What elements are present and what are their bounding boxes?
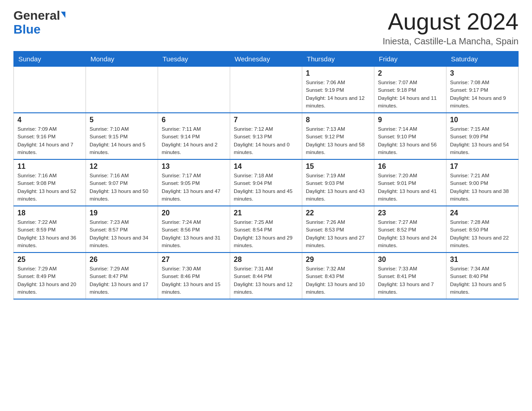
day-info-line: Sunset: 9:10 PM [378,133,442,141]
day-info-line: Sunset: 8:49 PM [17,273,82,280]
logo-general: General [13,9,60,22]
day-info: Sunrise: 7:08 AMSunset: 9:17 PMDaylight:… [450,79,515,110]
day-info: Sunrise: 7:16 AMSunset: 9:08 PMDaylight:… [17,172,82,203]
day-info-line: Sunrise: 7:29 AM [17,265,82,273]
day-number: 13 [162,163,226,171]
day-number: 5 [90,116,154,124]
weekday-header-friday: Friday [374,51,446,67]
day-info-line: Sunrise: 7:08 AM [450,79,515,86]
day-info: Sunrise: 7:10 AMSunset: 9:15 PMDaylight:… [90,125,154,156]
location: Iniesta, Castille-La Mancha, Spain [383,36,519,47]
day-info: Sunrise: 7:19 AMSunset: 9:03 PMDaylight:… [306,172,370,203]
day-info: Sunrise: 7:14 AMSunset: 9:10 PMDaylight:… [378,125,442,156]
weekday-header-thursday: Thursday [302,51,374,67]
day-info-line: Sunrise: 7:10 AM [90,125,154,133]
day-info-line: Daylight: 13 hours and 52 minutes. [17,188,82,203]
day-info-line: Sunset: 9:14 PM [162,133,226,141]
day-number: 31 [450,256,515,264]
calendar-cell: 4Sunrise: 7:09 AMSunset: 9:16 PMDaylight… [14,113,86,159]
day-info-line: Sunrise: 7:34 AM [450,265,515,273]
day-number: 1 [306,69,370,77]
day-info: Sunrise: 7:31 AMSunset: 8:44 PMDaylight:… [234,265,298,296]
day-info-line: Daylight: 13 hours and 22 minutes. [450,234,515,250]
day-info-line: Sunrise: 7:16 AM [17,172,82,180]
day-info-line: Sunset: 9:00 PM [450,180,515,187]
day-info: Sunrise: 7:09 AMSunset: 9:16 PMDaylight:… [17,125,82,156]
day-number: 3 [450,69,515,77]
day-info-line: Daylight: 14 hours and 7 minutes. [17,141,82,157]
day-info: Sunrise: 7:13 AMSunset: 9:12 PMDaylight:… [306,125,370,156]
day-number: 14 [234,163,298,171]
day-info-line: Sunrise: 7:11 AM [162,125,226,133]
day-info-line: Sunset: 9:01 PM [378,180,442,187]
day-info-line: Daylight: 13 hours and 24 minutes. [378,234,442,250]
calendar-cell: 28Sunrise: 7:31 AMSunset: 8:44 PMDayligh… [230,253,302,299]
day-info-line: Daylight: 13 hours and 56 minutes. [378,141,442,157]
calendar-cell: 20Sunrise: 7:24 AMSunset: 8:56 PMDayligh… [158,206,230,253]
day-info-line: Sunrise: 7:13 AM [306,125,370,133]
day-info-line: Daylight: 14 hours and 5 minutes. [90,141,154,157]
day-number: 28 [234,256,298,264]
day-info-line: Daylight: 13 hours and 47 minutes. [162,188,226,203]
calendar-cell [14,67,86,113]
day-number: 2 [378,69,442,77]
day-info-line: Sunset: 8:57 PM [90,226,154,234]
week-row-5: 25Sunrise: 7:29 AMSunset: 8:49 PMDayligh… [14,253,519,299]
day-info: Sunrise: 7:25 AMSunset: 8:54 PMDaylight:… [234,218,298,249]
day-number: 17 [450,163,515,171]
weekday-header-saturday: Saturday [446,51,519,67]
day-info-line: Sunset: 9:13 PM [234,133,298,141]
calendar-cell: 11Sunrise: 7:16 AMSunset: 9:08 PMDayligh… [14,159,86,206]
day-info: Sunrise: 7:23 AMSunset: 8:57 PMDaylight:… [90,218,154,249]
day-info-line: Daylight: 14 hours and 12 minutes. [306,94,370,110]
day-info-line: Daylight: 13 hours and 12 minutes. [234,281,298,296]
day-info: Sunrise: 7:27 AMSunset: 8:52 PMDaylight:… [378,218,442,249]
calendar-cell: 1Sunrise: 7:06 AMSunset: 9:19 PMDaylight… [302,67,374,113]
day-number: 19 [90,209,154,217]
day-info: Sunrise: 7:29 AMSunset: 8:47 PMDaylight:… [90,265,154,296]
day-info: Sunrise: 7:20 AMSunset: 9:01 PMDaylight:… [378,172,442,203]
day-info-line: Daylight: 13 hours and 5 minutes. [450,281,515,296]
weekday-header-row: SundayMondayTuesdayWednesdayThursdayFrid… [14,51,519,67]
day-number: 7 [234,116,298,124]
calendar-cell: 14Sunrise: 7:18 AMSunset: 9:04 PMDayligh… [230,159,302,206]
day-info-line: Sunrise: 7:20 AM [378,172,442,180]
calendar-cell: 26Sunrise: 7:29 AMSunset: 8:47 PMDayligh… [86,253,158,299]
day-info-line: Daylight: 13 hours and 27 minutes. [306,234,370,250]
calendar-cell: 10Sunrise: 7:15 AMSunset: 9:09 PMDayligh… [446,113,519,159]
day-info-line: Sunrise: 7:27 AM [378,218,442,226]
logo-blue: Blue [13,22,41,36]
day-info: Sunrise: 7:34 AMSunset: 8:40 PMDaylight:… [450,265,515,296]
weekday-header-tuesday: Tuesday [158,51,230,67]
day-info-line: Sunset: 9:05 PM [162,180,226,187]
calendar-cell: 16Sunrise: 7:20 AMSunset: 9:01 PMDayligh… [374,159,446,206]
title-block: August 2024 Iniesta, Castille-La Mancha,… [383,9,519,47]
day-number: 4 [17,116,82,124]
calendar-cell: 30Sunrise: 7:33 AMSunset: 8:41 PMDayligh… [374,253,446,299]
day-number: 18 [17,209,82,217]
day-info-line: Daylight: 13 hours and 7 minutes. [378,281,442,296]
day-info: Sunrise: 7:26 AMSunset: 8:53 PMDaylight:… [306,218,370,249]
calendar-cell: 15Sunrise: 7:19 AMSunset: 9:03 PMDayligh… [302,159,374,206]
day-info-line: Sunset: 9:09 PM [450,133,515,141]
day-info-line: Sunset: 8:46 PM [162,273,226,280]
day-info: Sunrise: 7:12 AMSunset: 9:13 PMDaylight:… [234,125,298,156]
day-info: Sunrise: 7:07 AMSunset: 9:18 PMDaylight:… [378,79,442,110]
calendar-cell: 9Sunrise: 7:14 AMSunset: 9:10 PMDaylight… [374,113,446,159]
calendar-cell: 22Sunrise: 7:26 AMSunset: 8:53 PMDayligh… [302,206,374,253]
day-info-line: Sunset: 8:40 PM [450,273,515,280]
weekday-header-monday: Monday [86,51,158,67]
day-number: 20 [162,209,226,217]
day-info-line: Sunrise: 7:24 AM [162,218,226,226]
day-info: Sunrise: 7:22 AMSunset: 8:59 PMDaylight:… [17,218,82,249]
day-info-line: Sunset: 8:54 PM [234,226,298,234]
day-info-line: Daylight: 14 hours and 2 minutes. [162,141,226,157]
day-info-line: Sunset: 8:41 PM [378,273,442,280]
day-info-line: Sunset: 9:07 PM [90,180,154,187]
calendar-cell: 8Sunrise: 7:13 AMSunset: 9:12 PMDaylight… [302,113,374,159]
calendar-cell: 17Sunrise: 7:21 AMSunset: 9:00 PMDayligh… [446,159,519,206]
calendar-cell [158,67,230,113]
calendar-cell: 19Sunrise: 7:23 AMSunset: 8:57 PMDayligh… [86,206,158,253]
day-info-line: Sunrise: 7:12 AM [234,125,298,133]
page-header: General Blue August 2024 Iniesta, Castil… [13,9,519,47]
